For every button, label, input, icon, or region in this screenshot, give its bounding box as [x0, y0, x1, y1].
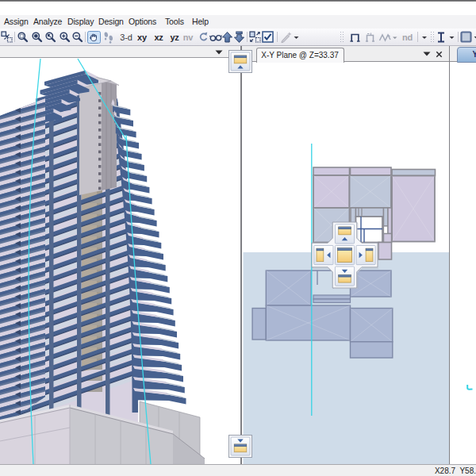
- toolbar-grip[interactable]: [430, 31, 434, 43]
- toolbar-separator: [277, 32, 278, 42]
- zoom-out-one-step-button[interactable]: [71, 30, 83, 44]
- zoom-in-one-step-button[interactable]: [59, 30, 71, 44]
- move-down-in-list-button[interactable]: [233, 30, 245, 44]
- dock-guide-cluster[interactable]: [311, 221, 378, 289]
- toolbar-separator: [14, 32, 15, 42]
- menu-tools[interactable]: Tools: [165, 15, 184, 29]
- toolbar-separator: [417, 32, 418, 42]
- menu-bar: Assign Analyze Display Design Options To…: [0, 15, 476, 29]
- toolbar-separator: [247, 32, 248, 42]
- menu-design[interactable]: Design: [98, 15, 124, 29]
- quick-draw-braces-button[interactable]: [364, 30, 376, 44]
- menu-display[interactable]: Display: [67, 15, 94, 29]
- perspective-toggle-button[interactable]: [209, 30, 222, 44]
- view-xz-button[interactable]: xz: [152, 30, 166, 44]
- side-view-tab[interactable]: Y: [457, 47, 476, 63]
- view-3d-button[interactable]: 3-d: [118, 30, 134, 44]
- cursor-coordinates: X28.7 Y58.: [435, 466, 476, 475]
- window-list-dropdown-icon[interactable]: [215, 50, 223, 55]
- slab-properties-dropdown[interactable]: [473, 30, 476, 44]
- previous-zoom-button[interactable]: [44, 30, 56, 44]
- rubber-band-zoom-button[interactable]: [17, 30, 29, 44]
- restore-full-view-button[interactable]: [31, 30, 43, 44]
- status-bar: X28.7 Y58.: [0, 464, 476, 476]
- pan-button[interactable]: [87, 30, 101, 44]
- title-bar-area: [0, 2, 476, 15]
- draw-nd-button[interactable]: nd: [401, 30, 414, 44]
- refresh-window-button[interactable]: [1, 30, 13, 44]
- quick-draw-secondary-beams-button[interactable]: [378, 30, 391, 44]
- quick-draw-frame-button[interactable]: [349, 30, 361, 44]
- plan-view-tab-strip: X-Y Plane @ Z=33.37: [242, 46, 449, 62]
- etabs-application-window: Assign Analyze Display Design Options To…: [0, 0, 476, 476]
- view-yz-button[interactable]: yz: [167, 30, 182, 44]
- toolbar-separator: [458, 32, 459, 42]
- slab-properties-button[interactable]: [460, 30, 472, 44]
- draw-dropdown-arrow[interactable]: [293, 30, 300, 44]
- dock-guide-bottom[interactable]: [228, 435, 252, 458]
- beams-dropdown-arrow[interactable]: [392, 30, 398, 44]
- draw-special-joint-button[interactable]: [280, 30, 292, 44]
- toolbar-separator: [85, 32, 86, 42]
- menu-options[interactable]: Options: [129, 15, 156, 29]
- grid-intersection-mark: [466, 385, 474, 391]
- dock-guide-top[interactable]: [228, 50, 252, 73]
- mdi-workspace: X-Y Plane @ Z=33.37 Y: [0, 46, 476, 464]
- menu-assign[interactable]: Assign: [4, 15, 29, 29]
- plan-view-tab[interactable]: X-Y Plane @ Z=33.37: [256, 48, 344, 63]
- set-display-options-button[interactable]: [262, 30, 274, 44]
- menu-analyze[interactable]: Analyze: [33, 15, 62, 29]
- set-building-view-limits-button[interactable]: [249, 30, 261, 44]
- rotate-3d-view-button[interactable]: [197, 30, 209, 44]
- close-window-icon[interactable]: [436, 51, 443, 58]
- 3d-view-tab-strip: [0, 46, 240, 58]
- toolbar: 3-d xy xz yz nv nd: [0, 29, 476, 46]
- 3d-view-pane: [0, 46, 240, 464]
- tab-list-dropdown-icon[interactable]: [423, 52, 431, 56]
- walkthrough-button[interactable]: [102, 30, 114, 44]
- side-view-pane: Y: [450, 46, 476, 464]
- frame-properties-dropdown[interactable]: [448, 30, 455, 44]
- view-xy-button[interactable]: xy: [135, 30, 149, 44]
- frame-properties-button[interactable]: [436, 30, 447, 44]
- toolbar-grip[interactable]: [340, 31, 344, 43]
- view-nv-button[interactable]: nv: [181, 30, 195, 44]
- move-up-in-list-button[interactable]: [221, 30, 233, 44]
- 3d-building-model[interactable]: [0, 58, 240, 464]
- menu-help[interactable]: Help: [192, 15, 209, 29]
- draw-mode-dropdown-arrow[interactable]: [420, 30, 428, 44]
